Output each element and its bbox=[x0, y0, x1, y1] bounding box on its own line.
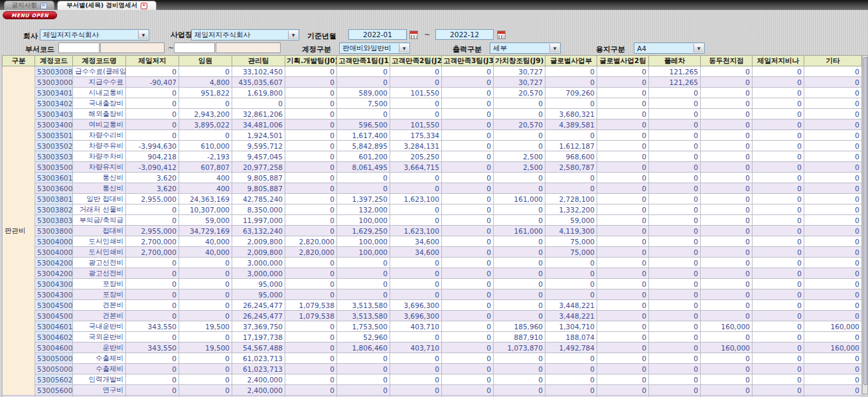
amount-cell: 0 bbox=[285, 151, 337, 162]
amount-cell: 0 bbox=[494, 247, 545, 258]
amount-cell: 0 bbox=[753, 300, 804, 311]
amount-cell: 0 bbox=[285, 258, 337, 268]
table-row: 53004300포장비0095,00000000000000 bbox=[3, 289, 862, 300]
table-header-cell: 글로벌사업부 bbox=[545, 56, 597, 66]
tab-expense-report-label: 부서별(세목) 경비명세서 bbox=[66, 1, 137, 10]
tab-notice[interactable]: 공지사항 ✕ bbox=[4, 1, 54, 10]
amount-cell: 2,009,800 bbox=[232, 236, 285, 247]
amount-cell: 0 bbox=[701, 88, 753, 98]
output-type-select-value: 세부 bbox=[493, 44, 507, 53]
amount-cell: 2,580,787 bbox=[545, 162, 597, 173]
amount-cell: 0 bbox=[753, 279, 804, 289]
amount-cell: 0 bbox=[285, 77, 337, 88]
calendar-icon[interactable] bbox=[497, 31, 506, 39]
account-name-cell: 차량수리비 bbox=[73, 130, 126, 141]
amount-cell: 0 bbox=[804, 258, 862, 268]
output-type-select[interactable]: 세부 ▼ bbox=[490, 42, 561, 54]
amount-cell: 0 bbox=[701, 194, 753, 204]
vertical-scrollbar[interactable] bbox=[862, 55, 868, 394]
amount-cell: 0 bbox=[753, 162, 804, 173]
dept-code-name-input-2[interactable] bbox=[216, 42, 281, 53]
amount-cell: -3,994,630 bbox=[126, 141, 179, 151]
base-period-from-input[interactable]: 2022-01 bbox=[348, 29, 407, 40]
amount-cell: 0 bbox=[804, 300, 862, 311]
amount-cell: 0 bbox=[804, 226, 862, 236]
table-row: 53004500견본비0026,245,4771,079,5383,513,58… bbox=[3, 300, 862, 311]
amount-cell: 0 bbox=[126, 204, 179, 215]
dept-code-name-input-1[interactable] bbox=[100, 42, 165, 53]
account-type-select[interactable]: 판매비와일반비 ▼ bbox=[339, 42, 410, 54]
paper-type-select[interactable]: A4 ▼ bbox=[634, 42, 705, 54]
amount-cell: 0 bbox=[442, 321, 494, 332]
account-code-cell: 53004601 bbox=[35, 321, 73, 332]
amount-cell: 0 bbox=[753, 236, 804, 247]
amount-cell: 0 bbox=[545, 353, 597, 364]
amount-cell: 205,250 bbox=[390, 151, 442, 162]
amount-cell: 160,000 bbox=[701, 343, 753, 353]
tab-notice-label: 공지사항 bbox=[12, 1, 37, 10]
amount-cell: 0 bbox=[701, 77, 753, 88]
dept-code-input-1[interactable] bbox=[58, 42, 100, 53]
tab-notice-close-icon[interactable]: ✕ bbox=[40, 3, 47, 9]
dept-code-input-2[interactable] bbox=[174, 42, 215, 53]
amount-cell: 887,910 bbox=[494, 332, 545, 343]
table-header-cell: 기타 bbox=[804, 56, 862, 66]
account-code-cell: 53003803 bbox=[35, 215, 73, 226]
amount-cell: 0 bbox=[701, 236, 753, 247]
amount-cell: 0 bbox=[285, 289, 337, 300]
amount-cell: 709,260 bbox=[545, 88, 597, 98]
amount-cell: 0 bbox=[390, 289, 442, 300]
amount-cell: 4,800 bbox=[179, 77, 232, 88]
amount-cell: 0 bbox=[753, 173, 804, 183]
amount-cell: 0 bbox=[597, 268, 649, 279]
tab-expense-report[interactable]: 부서별(세목) 경비명세서 ✕ bbox=[57, 1, 157, 10]
tab-expense-report-close-icon[interactable]: ✕ bbox=[141, 3, 147, 9]
amount-cell: 0 bbox=[701, 215, 753, 226]
amount-cell: 601,200 bbox=[337, 151, 390, 162]
chevron-down-icon[interactable]: ▼ bbox=[288, 31, 298, 39]
amount-cell: 0 bbox=[442, 268, 494, 279]
amount-cell: 0 bbox=[753, 194, 804, 204]
amount-cell: 175,334 bbox=[390, 130, 442, 141]
table-row: 53003000지급수수료-90,4074,800435,035,6070000… bbox=[3, 77, 862, 88]
amount-cell: 100,000 bbox=[337, 215, 390, 226]
amount-cell: 2,400,000 bbox=[232, 385, 285, 396]
account-code-cell: 53003800 bbox=[35, 226, 73, 236]
amount-cell: 904,218 bbox=[126, 151, 179, 162]
base-period-to-input[interactable]: 2022-12 bbox=[435, 29, 494, 40]
scrollbar-thumb[interactable] bbox=[863, 57, 868, 385]
menu-open-button[interactable]: MENU OPEN bbox=[3, 11, 57, 19]
amount-cell: 0 bbox=[442, 77, 494, 88]
account-code-cell: 53004000 bbox=[35, 236, 73, 247]
amount-cell: 0 bbox=[753, 130, 804, 141]
chevron-down-icon[interactable]: ▼ bbox=[399, 44, 409, 52]
company-select[interactable]: 제일저지주식회사 ▼ bbox=[40, 29, 149, 40]
dept-code-label: 부서코드 bbox=[25, 44, 54, 54]
chevron-down-icon[interactable]: ▼ bbox=[549, 44, 559, 52]
amount-cell: 33,102,450 bbox=[232, 66, 285, 77]
amount-cell: 0 bbox=[649, 343, 701, 353]
amount-cell: 403,710 bbox=[390, 321, 442, 332]
amount-cell: 0 bbox=[337, 279, 390, 289]
amount-cell: 75,000 bbox=[545, 236, 597, 247]
amount-cell: 0 bbox=[597, 183, 649, 194]
amount-cell: 0 bbox=[390, 98, 442, 109]
account-code-cell: 53003502 bbox=[35, 141, 73, 151]
amount-cell: 0 bbox=[442, 204, 494, 215]
workplace-select[interactable]: 제일저지주식회사 ▼ bbox=[191, 29, 299, 40]
table-row: 53005602인력개발비002,400,00000000000000 bbox=[3, 374, 862, 385]
amount-cell: 0 bbox=[285, 98, 337, 109]
amount-cell: 0 bbox=[701, 151, 753, 162]
amount-cell: 0 bbox=[337, 353, 390, 364]
amount-cell: 0 bbox=[649, 119, 701, 130]
amount-cell: 0 bbox=[649, 130, 701, 141]
amount-cell: 0 bbox=[753, 119, 804, 130]
chevron-down-icon[interactable]: ▼ bbox=[138, 31, 148, 39]
company-label: 회사 bbox=[23, 31, 38, 41]
amount-cell: 0 bbox=[804, 289, 862, 300]
calendar-icon[interactable] bbox=[409, 31, 418, 39]
chevron-down-icon[interactable]: ▼ bbox=[693, 44, 703, 52]
amount-cell: 343,550 bbox=[126, 321, 179, 332]
amount-cell: 3,620 bbox=[126, 183, 179, 194]
amount-cell: 0 bbox=[179, 300, 232, 311]
